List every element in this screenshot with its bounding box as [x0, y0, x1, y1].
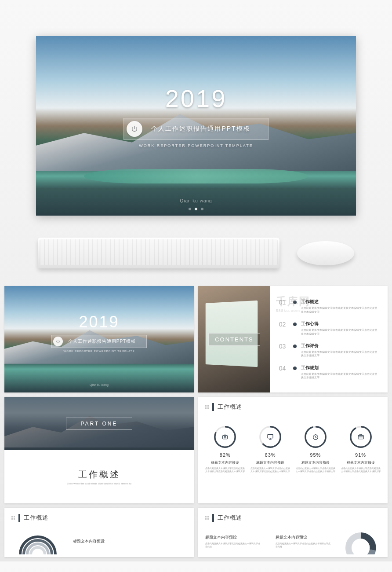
section-title: 工作概述: [218, 403, 242, 411]
header-dots-icon: [11, 516, 15, 520]
contents-num: 01: [279, 299, 289, 306]
pager-dot[interactable]: [195, 208, 197, 210]
slide-thumb-3[interactable]: PART ONE 工作概述 Even when the cold winds b…: [4, 397, 194, 503]
section-header: 工作概述: [198, 508, 388, 528]
header-bar-icon: [18, 514, 20, 522]
contents-num: 04: [279, 365, 289, 372]
hero-tagline: WORK REPORTER POWERPOINT TEMPLATE: [139, 143, 253, 148]
pager-dot[interactable]: [189, 208, 191, 210]
stat-desc: 点击此处更换文本编辑文字点击此处更换文本编辑文字点击此处更换文本编辑文字: [340, 467, 381, 473]
thumb1-brand: Qian ku wang: [90, 383, 109, 386]
stat-item: 91% 标题文本内容预设 点击此处更换文本编辑文字点击此处更换文本编辑文字点击此…: [340, 426, 381, 473]
slide5-title: 标题文本内容预设: [73, 539, 105, 544]
contents-num: 03: [279, 343, 289, 350]
pager-dots[interactable]: [189, 208, 203, 210]
svg-rect-12: [358, 436, 363, 439]
contents-title: 工作概述: [301, 299, 379, 305]
desk-mockup: [0, 216, 392, 282]
monitor-icon: [259, 426, 281, 448]
camera-icon: [214, 426, 236, 448]
contents-title: 工作评价: [301, 343, 379, 349]
header-dots-icon: [205, 405, 209, 409]
slide6-col-title: 标题文本内容预设: [276, 535, 333, 540]
slide-thumb-6[interactable]: 工作概述 标题文本内容预设 点击此处更换文本编辑文字点击此处更换文本编辑文字点击…: [198, 508, 388, 557]
contents-item: 02 工作心得 点击此处更换文本编辑文字点击此处更换文本编辑文字点击此处更换文本…: [279, 321, 379, 336]
stat-percent: 91%: [355, 452, 366, 458]
stat-title: 标题文本内容预设: [301, 460, 330, 465]
stat-desc: 点击此处更换文本编辑文字点击此处更换文本编辑文字点击此处更换文本编辑文字: [204, 467, 246, 473]
section-title: 工作概述: [218, 514, 242, 522]
contents-item: 01 工作概述 点击此处更换文本编辑文字点击此处更换文本编辑文字点击此处更换文本…: [279, 299, 379, 314]
slide-thumb-2[interactable]: CONTENTS 01 工作概述 点击此处更换文本编辑文字点击此处更换文本编辑文…: [198, 286, 388, 392]
contents-desc: 点击此处更换文本编辑文字点击此处更换文本编辑文字点击此处更换文本编辑文字: [301, 328, 379, 336]
stat-item: 63% 标题文本内容预设 点击此处更换文本编辑文字点击此处更换文本编辑文字点击此…: [250, 426, 291, 473]
stat-item: 82% 标题文本内容预设 点击此处更换文本编辑文字点击此处更换文本编辑文字点击此…: [204, 426, 246, 473]
stat-title: 标题文本内容预设: [256, 460, 284, 465]
donut-chart: [341, 528, 381, 554]
keyboard-graphic: [38, 238, 279, 268]
header-dots-icon: [205, 516, 209, 520]
bullet-icon: [293, 301, 297, 304]
section-header: 工作概述: [4, 508, 194, 528]
stat-percent: 82%: [220, 452, 231, 458]
mouse-graphic: [297, 241, 354, 265]
hero-year: 2019: [165, 84, 227, 113]
arc-chart: [11, 528, 64, 554]
stat-title: 标题文本内容预设: [347, 460, 375, 465]
power-icon: [127, 121, 142, 137]
progress-ring: [350, 426, 372, 448]
briefcase-icon: [350, 426, 372, 448]
stats-row: 82% 标题文本内容预设 点击此处更换文本编辑文字点击此处更换文本编辑文字点击此…: [198, 417, 388, 477]
contents-image: CONTENTS: [198, 286, 270, 392]
stat-desc: 点击此处更换文本编辑文字点击此处更换文本编辑文字点击此处更换文本编辑文字: [295, 467, 337, 473]
slide6-col-desc: 点击此处更换文本编辑文字点击此处更换文本编辑文字点击此处: [276, 542, 333, 548]
contents-item: 03 工作评价 点击此处更换文本编辑文字点击此处更换文本编辑文字点击此处更换文本…: [279, 343, 379, 358]
section-title: 工作概述: [24, 514, 48, 522]
progress-ring: [214, 426, 236, 448]
partone-title: 工作概述: [78, 469, 120, 480]
slide-thumb-1[interactable]: 2019 个人工作述职报告通用PPT模板 WORK REPORTER POWER…: [4, 286, 194, 392]
thumb1-subtitle: 个人工作述职报告通用PPT模板: [68, 338, 136, 345]
hero-slide: 2019 个人工作述职报告通用PPT模板 WORK REPORTER POWER…: [36, 36, 356, 216]
progress-ring: [259, 426, 281, 448]
hero-brand: Qian ku wang: [180, 198, 212, 203]
stat-percent: 63%: [265, 452, 276, 458]
partone-badge: PART ONE: [66, 418, 132, 430]
power-icon: [53, 337, 63, 346]
thumb1-tagline: WORK REPORTER POWERPOINT TEMPLATE: [64, 350, 135, 352]
slide6-col-title: 标题文本内容预设: [205, 535, 262, 540]
svg-rect-2: [223, 436, 228, 439]
partone-sub: Even when the cold winds blow and the wo…: [67, 482, 131, 485]
hero-subtitle: 个人工作述职报告通用PPT模板: [151, 125, 250, 133]
thumb1-year: 2019: [79, 313, 119, 331]
bullet-icon: [293, 345, 297, 348]
stat-item: 95% 标题文本内容预设 点击此处更换文本编辑文字点击此处更换文本编辑文字点击此…: [295, 426, 337, 473]
svg-rect-6: [268, 435, 273, 438]
thumb1-title-bar: 个人工作述职报告通用PPT模板: [51, 335, 147, 348]
contents-desc: 点击此处更换文本编辑文字点击此处更换文本编辑文字点击此处更换文本编辑文字: [301, 350, 379, 358]
slide-thumb-4[interactable]: 工作概述 82% 标题文本内容预设 点击此处更换文本编辑文字点击此处更换文本编辑…: [198, 397, 388, 503]
contents-desc: 点击此处更换文本编辑文字点击此处更换文本编辑文字点击此处更换文本编辑文字: [301, 372, 379, 380]
stat-title: 标题文本内容预设: [211, 460, 239, 465]
progress-ring: [305, 426, 327, 448]
hero-title-bar: 个人工作述职报告通用PPT模板: [123, 118, 268, 140]
bullet-icon: [293, 367, 297, 370]
contents-title: 工作心得: [301, 321, 379, 327]
slide-grid: 2019 个人工作述职报告通用PPT模板 WORK REPORTER POWER…: [0, 282, 392, 561]
contents-desc: 点击此处更换文本编辑文字点击此处更换文本编辑文字点击此处更换文本编辑文字: [301, 306, 379, 314]
timer-icon: [305, 426, 327, 448]
pager-dot[interactable]: [201, 208, 203, 210]
contents-num: 02: [279, 321, 289, 328]
bullet-icon: [293, 323, 297, 326]
svg-point-3: [224, 436, 226, 438]
contents-title: 工作规划: [301, 365, 379, 371]
contents-label: CONTENTS: [208, 333, 260, 346]
header-bar-icon: [212, 514, 214, 522]
contents-item: 04 工作规划 点击此处更换文本编辑文字点击此处更换文本编辑文字点击此处更换文本…: [279, 365, 379, 380]
stat-desc: 点击此处更换文本编辑文字点击此处更换文本编辑文字点击此处更换文本编辑文字: [250, 467, 291, 473]
header-bar-icon: [212, 403, 214, 411]
slide-thumb-5[interactable]: 工作概述 标题文本内容预设: [4, 508, 194, 557]
slide6-col-desc: 点击此处更换文本编辑文字点击此处更换文本编辑文字点击此处: [205, 542, 262, 548]
stat-percent: 95%: [310, 452, 321, 458]
section-header: 工作概述: [198, 397, 388, 417]
